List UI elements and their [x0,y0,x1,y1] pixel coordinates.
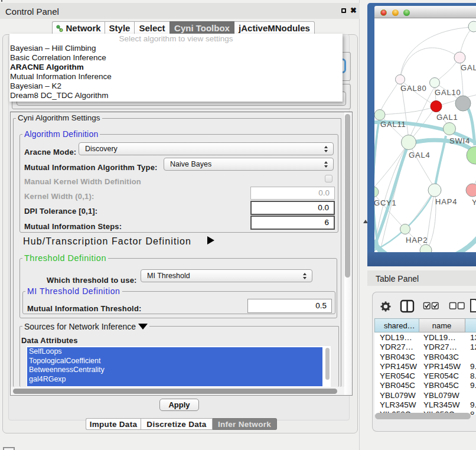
svg-text:HAP2: HAP2 [406,236,428,244]
svg-text:HAP4: HAP4 [435,197,457,206]
svg-text:GAL4: GAL4 [409,151,430,159]
svg-text:GAL10: GAL10 [435,88,461,97]
svg-text:GAL7: GAL7 [461,63,476,72]
svg-text:GCY1: GCY1 [374,198,397,207]
svg-text:Y: Y [472,198,476,207]
svg-text:SWI4: SWI4 [449,136,470,145]
svg-text:GAL1: GAL1 [436,113,458,122]
svg-text:GAL11: GAL11 [380,120,406,129]
svg-text:GAL80: GAL80 [400,84,426,93]
